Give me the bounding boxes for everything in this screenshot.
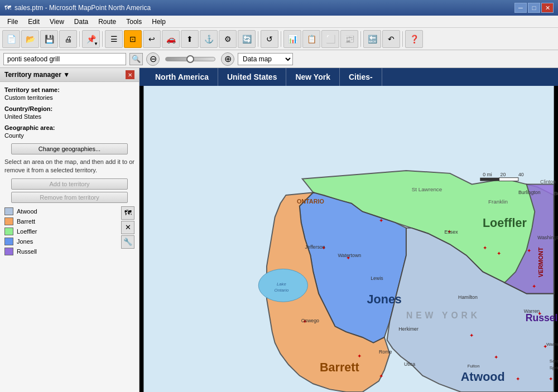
toolbar-sep-6	[402, 31, 403, 47]
menu-bar: FileEditViewDataRouteToolsHelp	[0, 16, 558, 28]
minimize-button[interactable]: ─	[514, 3, 527, 13]
svg-text:Utica: Utica	[404, 361, 415, 367]
legend-list: AtwoodBarrettLoefflerJonesRussell	[4, 206, 119, 257]
toolbar-sep-2	[102, 31, 103, 47]
svg-text:0 mi: 0 mi	[483, 172, 492, 177]
help-button[interactable]: ❓	[405, 30, 423, 48]
chart-button[interactable]: 📊	[283, 30, 301, 48]
open-button[interactable]: 📂	[21, 30, 39, 48]
instruction-text: Select an area on the map, and then add …	[4, 158, 134, 175]
maximize-button[interactable]: □	[528, 3, 540, 13]
country-label: Country/Region:	[4, 105, 134, 112]
new-button[interactable]: 📄	[2, 30, 20, 48]
svg-text:✦: ✦	[379, 373, 383, 379]
legend-label-jones: Jones	[17, 238, 33, 245]
breadcrumb-item-3[interactable]: Cities-	[340, 68, 382, 86]
svg-rect-72	[480, 178, 499, 181]
back-button[interactable]: 🔙	[363, 30, 381, 48]
print-button[interactable]: 🖨	[59, 30, 77, 48]
set-name-label: Territory set name:	[4, 86, 134, 93]
tools-column: 🗺 ✕ 🔧	[121, 206, 134, 257]
map-tool-button[interactable]: 🗺	[121, 206, 134, 220]
zoom-in-button[interactable]: ⊕	[221, 52, 234, 66]
svg-text:Franklin: Franklin	[488, 199, 508, 205]
search-bar: 🔍 ⊖ ⊕ Data map Road map Political map	[0, 50, 558, 68]
svg-text:✦: ✦	[483, 245, 487, 251]
svg-text:St Lawrence: St Lawrence	[412, 186, 442, 192]
settings-button[interactable]: ⚙	[219, 30, 237, 48]
search-button[interactable]: 🔍	[129, 53, 143, 65]
settings-tool-button[interactable]: 🔧	[121, 235, 134, 249]
svg-text:Springs: Springs	[550, 365, 558, 370]
globe-button[interactable]: 🔄	[238, 30, 256, 48]
anchor-button[interactable]: ⚓	[200, 30, 218, 48]
legend-label-barrett: Barrett	[17, 218, 35, 225]
rect-button[interactable]: ⬜	[321, 30, 339, 48]
pushpin-button[interactable]: 📌 ▼	[82, 30, 100, 48]
svg-text:Hamilton: Hamilton	[458, 294, 478, 300]
svg-text:Rome: Rome	[379, 349, 392, 355]
zoom-slider[interactable]	[165, 57, 215, 61]
breadcrumb-item-2[interactable]: New York	[286, 68, 340, 86]
legend-item-russell[interactable]: Russell	[4, 246, 119, 257]
drive-button[interactable]: 🚗	[162, 30, 180, 48]
remove-from-territory-button[interactable]: Remove from territory	[11, 192, 128, 203]
search-input[interactable]	[3, 53, 126, 65]
menu-tools[interactable]: Tools	[121, 16, 147, 27]
map-canvas[interactable]: ✦ ✦ ✦ ✦ ✦ ✦ ✦ ✦ ✦ ✦ ✦ ✦ ✦ ✦ ✦ ✦ ✦	[140, 86, 558, 392]
menu-help[interactable]: Help	[147, 16, 171, 27]
svg-text:Loeffler: Loeffler	[483, 216, 527, 230]
menu-route[interactable]: Route	[93, 16, 121, 27]
svg-text:VERMONT: VERMONT	[537, 247, 544, 277]
svg-text:Ontario: Ontario	[275, 288, 289, 293]
breadcrumb-item-0[interactable]: North America	[146, 68, 218, 86]
undo-button[interactable]: ↺	[261, 30, 278, 48]
legend-item-barrett[interactable]: Barrett	[4, 216, 119, 226]
route-button[interactable]: ↩	[143, 30, 161, 48]
list-button[interactable]: ☰	[105, 30, 123, 48]
svg-text:✦: ✦	[497, 250, 501, 257]
svg-text:Fulton: Fulton	[468, 364, 480, 369]
svg-rect-73	[499, 178, 518, 181]
legend-label-loeffler: Loeffler	[17, 228, 37, 235]
template-button[interactable]: 📰	[340, 30, 358, 48]
svg-text:Watertown: Watertown	[338, 253, 361, 258]
change-geographies-button[interactable]: Change geographies...	[11, 143, 128, 154]
svg-text:NEW YORK: NEW YORK	[406, 311, 480, 320]
north-button[interactable]: ⬆	[181, 30, 199, 48]
legend-item-atwood[interactable]: Atwood	[4, 206, 119, 216]
menu-edit[interactable]: Edit	[23, 16, 45, 27]
svg-text:Washington: Washington	[537, 235, 558, 240]
toolbar-sep-4	[281, 31, 281, 47]
country-section: Country/Region: United States	[4, 105, 134, 120]
menu-view[interactable]: View	[45, 16, 69, 27]
menu-file[interactable]: File	[2, 16, 23, 27]
panel-body: Territory set name: Custom territories C…	[0, 82, 139, 392]
svg-text:✦: ✦	[527, 248, 531, 254]
legend-item-loeffler[interactable]: Loeffler	[4, 226, 119, 236]
panel-close-button[interactable]: ✕	[126, 70, 134, 79]
map-type-select[interactable]: Data map Road map Political map	[238, 53, 293, 65]
add-to-territory-button[interactable]: Add to territory	[11, 178, 128, 190]
panel-title[interactable]: Territory manager ▼	[4, 71, 70, 79]
legend-item-jones[interactable]: Jones	[4, 236, 119, 246]
history-button[interactable]: ↶	[382, 30, 400, 48]
territory-button[interactable]: ⊡	[124, 30, 142, 48]
svg-text:Essex: Essex	[445, 229, 459, 235]
remove-tool-button[interactable]: ✕	[121, 221, 134, 234]
geo-area-value: County	[4, 132, 134, 139]
window-controls: ─ □ ✕	[514, 3, 554, 13]
set-name-value: Custom territories	[4, 94, 134, 101]
svg-text:✦: ✦	[357, 353, 362, 359]
zoom-out-button[interactable]: ⊖	[146, 52, 160, 66]
breadcrumb-item-1[interactable]: United States	[218, 68, 286, 86]
save-button[interactable]: 💾	[40, 30, 58, 48]
table-button[interactable]: 📋	[302, 30, 320, 48]
menu-data[interactable]: Data	[69, 16, 93, 27]
svg-text:Burlington: Burlington	[518, 190, 541, 195]
main-content: Territory manager ▼ ✕ Territory set name…	[0, 68, 558, 392]
geo-area-section: Geographic area: County	[4, 124, 134, 139]
legend-color-atwood	[4, 207, 13, 215]
svg-text:✦: ✦	[532, 283, 536, 289]
close-button[interactable]: ✕	[541, 3, 554, 13]
